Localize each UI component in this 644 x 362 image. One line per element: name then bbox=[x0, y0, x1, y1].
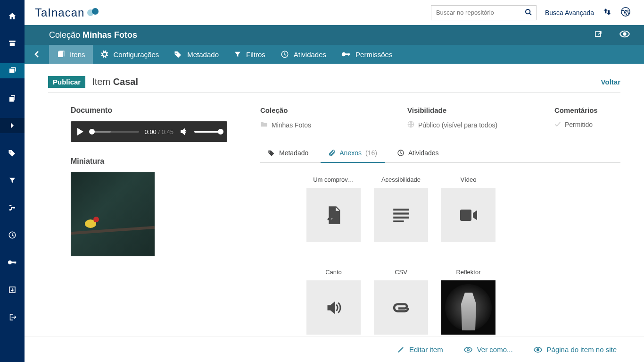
svg-rect-3 bbox=[15, 261, 16, 264]
collection-bar: Coleção Minhas Fotos bbox=[25, 25, 644, 45]
search-input[interactable] bbox=[431, 6, 536, 20]
action-viewas[interactable]: Ver como... bbox=[464, 345, 513, 354]
sidebar-copy[interactable] bbox=[0, 91, 25, 106]
volume-slider[interactable] bbox=[194, 131, 221, 133]
clock-icon bbox=[281, 50, 289, 59]
svg-rect-12 bbox=[348, 53, 349, 56]
attachment-item[interactable]: Canto bbox=[306, 269, 361, 335]
wordpress-icon[interactable] bbox=[620, 7, 631, 18]
chevron-left-icon bbox=[34, 51, 39, 58]
paperclip-icon bbox=[328, 149, 336, 157]
sidebar-key[interactable] bbox=[0, 255, 25, 270]
advanced-search-link[interactable]: Busca Avançada bbox=[545, 9, 594, 17]
attachment-item[interactable]: CSV bbox=[374, 269, 428, 335]
attachment-item[interactable]: Um comprov… bbox=[306, 176, 361, 242]
action-sitepage-label: Página do item no site bbox=[547, 345, 617, 354]
gear-icon bbox=[100, 50, 109, 59]
home-icon bbox=[8, 12, 17, 20]
svg-point-1 bbox=[8, 261, 12, 264]
info-vis-text: Público (visível para todos) bbox=[418, 121, 497, 129]
status-badge: Publicar bbox=[48, 76, 85, 88]
tab-config[interactable]: Configurações bbox=[93, 45, 167, 64]
tab-permissoes-label: Permissões bbox=[355, 51, 392, 59]
subtab-atividades[interactable]: Atividades bbox=[389, 144, 446, 162]
eye-icon[interactable] bbox=[619, 30, 630, 40]
logout-icon bbox=[8, 313, 17, 321]
info-colecao: Coleção Minhas Fotos bbox=[260, 106, 388, 129]
tab-itens-label: Itens bbox=[70, 51, 85, 59]
item-header: Publicar Item Casal Voltar bbox=[48, 76, 620, 93]
tabs-back[interactable] bbox=[25, 45, 49, 64]
time-current: 0:00 bbox=[145, 128, 157, 135]
pdf-icon bbox=[326, 206, 341, 224]
subtab-metadado-label: Metadado bbox=[279, 149, 308, 157]
svg-rect-2 bbox=[11, 261, 16, 263]
item-header-left: Publicar Item Casal bbox=[48, 76, 138, 88]
subtab-metadado[interactable]: Metadado bbox=[260, 144, 316, 162]
back-link[interactable]: Voltar bbox=[601, 78, 620, 86]
action-viewas-label: Ver como... bbox=[477, 345, 513, 354]
action-sitepage[interactable]: Página do item no site bbox=[534, 345, 617, 354]
tab-permissoes[interactable]: Permissões bbox=[334, 45, 400, 64]
sidebar-expand[interactable] bbox=[0, 118, 25, 133]
audio-track[interactable] bbox=[89, 131, 139, 133]
svg-rect-19 bbox=[460, 210, 471, 221]
folder-icon bbox=[260, 121, 268, 129]
info-com-val: Permitido bbox=[554, 121, 620, 128]
collection-title: Coleção Minhas Fotos bbox=[49, 30, 137, 40]
info-colecao-val: Minhas Fotos bbox=[260, 121, 388, 129]
info-com-text: Permitido bbox=[565, 121, 593, 128]
stack-icon bbox=[8, 67, 17, 75]
thumb-heading: Miniatura bbox=[71, 157, 227, 166]
open-external-icon[interactable] bbox=[594, 30, 603, 40]
svg-rect-18 bbox=[393, 220, 404, 222]
sidebar-activity[interactable] bbox=[0, 227, 25, 243]
svg-point-8 bbox=[623, 33, 626, 35]
attachment-item[interactable]: Reflektor bbox=[441, 269, 495, 335]
sidebar-archive[interactable] bbox=[0, 36, 25, 51]
sidebar-home[interactable] bbox=[0, 8, 25, 24]
logo[interactable]: TaInacan bbox=[35, 6, 100, 19]
subtab-anexos[interactable]: Anexos (16) bbox=[321, 144, 385, 162]
logo-text: TaInacan bbox=[35, 6, 84, 19]
sidebar-import[interactable] bbox=[0, 282, 25, 297]
main: Publicar Item Casal Voltar Documento bbox=[25, 64, 644, 362]
action-edit[interactable]: Editar item bbox=[397, 345, 443, 354]
key-icon bbox=[8, 260, 17, 265]
swap-icon[interactable] bbox=[603, 7, 612, 18]
attachments-grid: Um comprov… Acessibilidade Vídeo Canto bbox=[260, 176, 620, 335]
tab-itens[interactable]: Itens bbox=[49, 45, 93, 64]
attachment-thumb bbox=[306, 280, 361, 335]
track-thumb[interactable] bbox=[89, 129, 95, 135]
svg-point-5 bbox=[526, 9, 530, 14]
svg-point-20 bbox=[467, 348, 469, 351]
sidebar-filter[interactable] bbox=[0, 173, 25, 188]
search-box bbox=[431, 5, 537, 20]
tab-atividades[interactable]: Atividades bbox=[273, 45, 334, 64]
attachment-label: Vídeo bbox=[461, 176, 477, 183]
logo-mark-icon bbox=[87, 8, 100, 17]
doc-heading: Documento bbox=[71, 106, 227, 115]
tab-filtros[interactable]: Filtros bbox=[226, 45, 273, 64]
sidebar-tree[interactable] bbox=[0, 200, 25, 215]
sidebar-collections[interactable] bbox=[0, 63, 25, 78]
bottom-actions: Editar item Ver como... Página do item n… bbox=[25, 337, 644, 362]
audio-icon bbox=[325, 300, 342, 315]
play-button[interactable] bbox=[77, 128, 83, 135]
volume-icon[interactable] bbox=[179, 127, 189, 136]
video-icon bbox=[460, 210, 477, 221]
check-icon bbox=[554, 121, 561, 128]
activity-icon bbox=[8, 231, 17, 239]
attachment-item[interactable]: Vídeo bbox=[441, 176, 495, 242]
tab-metadado[interactable]: Metadado bbox=[166, 45, 226, 64]
thumbnail-image[interactable] bbox=[71, 172, 155, 256]
search-icon[interactable] bbox=[525, 8, 532, 17]
attachment-item[interactable]: Acessibilidade bbox=[374, 176, 428, 242]
sub-tabs: Metadado Anexos (16) Atividades bbox=[260, 144, 620, 163]
sidebar-tags[interactable] bbox=[0, 145, 25, 160]
sidebar-logout[interactable] bbox=[0, 310, 25, 325]
eye-icon bbox=[534, 346, 542, 353]
attachment-thumb bbox=[374, 280, 428, 335]
columns: Documento 0:00 / 0:45 Miniatura bbox=[48, 106, 620, 335]
topbar-right: Busca Avançada bbox=[431, 5, 631, 20]
